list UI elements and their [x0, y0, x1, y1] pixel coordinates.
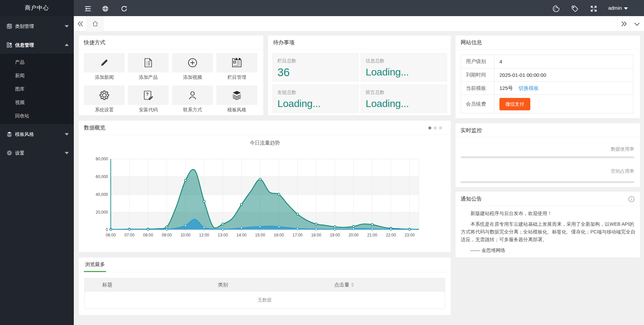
svg-text:20,000: 20,000 — [96, 210, 108, 215]
svg-text:0: 0 — [106, 227, 108, 232]
svg-text:18:00: 18:00 — [311, 233, 321, 237]
svg-text:?: ? — [146, 92, 149, 97]
svg-text:07:00: 07:00 — [124, 233, 135, 237]
svg-text:08:00: 08:00 — [143, 233, 153, 237]
svg-text:80,000: 80,000 — [96, 157, 108, 161]
svg-text:13:00: 13:00 — [218, 233, 228, 237]
svg-text:23:00: 23:00 — [405, 233, 415, 237]
svg-text:21:00: 21:00 — [367, 233, 377, 237]
svg-text:12:00: 12:00 — [199, 233, 209, 237]
svg-text:16:00: 16:00 — [274, 233, 284, 237]
svg-text:22:00: 22:00 — [386, 233, 396, 237]
svg-text:40,000: 40,000 — [96, 192, 108, 197]
svg-text:06:00: 06:00 — [106, 233, 116, 237]
svg-text:14:00: 14:00 — [236, 233, 247, 237]
svg-text:09:00: 09:00 — [162, 233, 172, 237]
svg-text:20:00: 20:00 — [348, 233, 359, 237]
svg-text:19:00: 19:00 — [330, 233, 340, 237]
svg-text:10:00: 10:00 — [180, 233, 191, 237]
svg-text:15:00: 15:00 — [255, 233, 265, 237]
svg-text:60,000: 60,000 — [96, 174, 108, 179]
svg-text:17:00: 17:00 — [292, 233, 303, 237]
